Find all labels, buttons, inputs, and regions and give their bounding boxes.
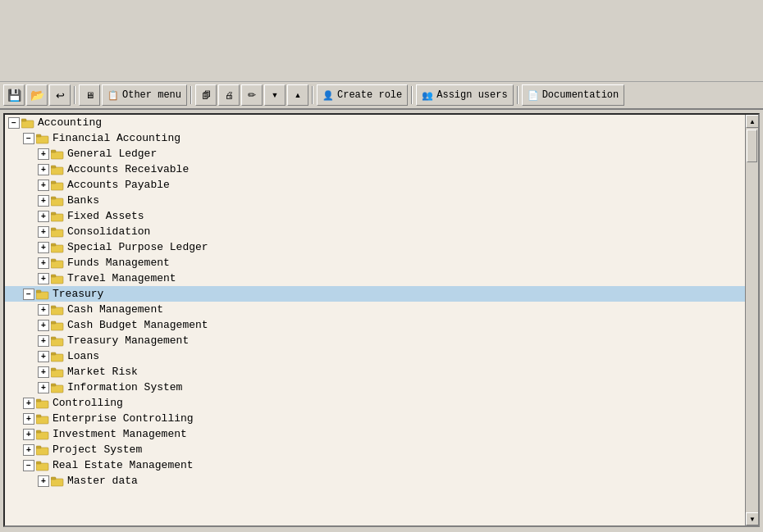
tree-item[interactable]: + Treasury Management: [5, 333, 745, 348]
expand-icon[interactable]: −: [23, 460, 34, 471]
btn-assign-users[interactable]: 👥 Assign users: [416, 84, 513, 106]
tree-item[interactable]: + Master data: [5, 473, 745, 489]
tree-item[interactable]: + Cash Budget Management: [5, 317, 745, 333]
item-label: Treasury Management: [67, 334, 189, 347]
btn-other-menu[interactable]: 📋 Other menu: [102, 84, 187, 106]
scroll-up-btn[interactable]: ▲: [746, 115, 759, 128]
node-icon: 🖥: [85, 90, 94, 100]
toolbar-separator-2: [190, 86, 192, 104]
tree-item[interactable]: + Fixed Assets: [5, 208, 745, 224]
tree-item[interactable]: + Cash Management: [5, 302, 745, 317]
tree-item[interactable]: + Banks: [5, 193, 745, 208]
tree-item[interactable]: + Investment Management: [5, 426, 745, 442]
expand-icon[interactable]: +: [38, 164, 49, 175]
assign-users-icon: 👥: [422, 90, 433, 101]
svg-rect-37: [36, 399, 41, 402]
folder-icon: [36, 133, 49, 144]
expand-icon[interactable]: +: [38, 180, 49, 191]
expand-icon[interactable]: −: [23, 289, 34, 300]
svg-rect-17: [51, 243, 56, 246]
expand-icon[interactable]: +: [38, 475, 49, 487]
expand-icon[interactable]: +: [38, 366, 49, 378]
expand-icon[interactable]: +: [38, 242, 49, 253]
tree-scroll-area: − Accounting− Financial Accounting+ Gene…: [5, 115, 745, 525]
btn-open[interactable]: 📂: [26, 84, 48, 106]
tree-item[interactable]: − Accounting: [5, 115, 745, 130]
expand-icon[interactable]: +: [38, 351, 49, 362]
folder-icon: [51, 335, 64, 347]
toolbar-separator-4: [411, 86, 413, 104]
expand-icon[interactable]: +: [23, 444, 34, 456]
btn-print[interactable]: 🖨: [218, 84, 240, 106]
tree-item[interactable]: + Market Risk: [5, 364, 745, 380]
tree-item[interactable]: + Enterprise Controlling: [5, 411, 745, 426]
folder-icon: [51, 320, 64, 331]
btn-pencil[interactable]: ✏: [241, 84, 263, 106]
expand-icon[interactable]: +: [38, 320, 49, 331]
tree-item[interactable]: − Financial Accounting: [5, 130, 745, 146]
btn-arrow-down[interactable]: ▼: [264, 84, 286, 106]
expand-icon[interactable]: +: [23, 429, 34, 440]
tree-item[interactable]: + Travel Management: [5, 271, 745, 286]
tree-item[interactable]: + Information System: [5, 380, 745, 395]
btn-create-role[interactable]: 👤 Create role: [317, 84, 408, 106]
svg-rect-15: [51, 228, 56, 230]
tree-item[interactable]: − Real Estate Management: [5, 457, 745, 473]
expand-icon[interactable]: +: [23, 413, 34, 425]
toolbar-separator-1: [74, 86, 75, 104]
item-label: Enterprise Controlling: [53, 412, 194, 425]
tree-item[interactable]: + Controlling: [5, 395, 745, 411]
scroll-down-btn[interactable]: ▼: [746, 512, 759, 525]
tree-item[interactable]: + Accounts Payable: [5, 177, 745, 193]
folder-icon: [51, 195, 64, 207]
expand-icon[interactable]: +: [38, 148, 49, 160]
expand-icon[interactable]: +: [23, 398, 34, 409]
svg-rect-21: [51, 275, 56, 277]
expand-icon[interactable]: +: [38, 195, 49, 207]
folder-icon: [36, 460, 49, 471]
btn-save[interactable]: 💾: [3, 84, 25, 106]
item-label: Financial Accounting: [53, 132, 180, 144]
tree-item[interactable]: + Consolidation: [5, 224, 745, 239]
scroll-track: [746, 128, 758, 512]
btn-node[interactable]: 🖥: [79, 84, 100, 106]
tree-item[interactable]: + General Ledger: [5, 146, 745, 161]
svg-rect-2: [36, 136, 48, 143]
item-label: Travel Management: [67, 272, 176, 284]
expand-icon[interactable]: +: [38, 304, 49, 316]
btn-arrow-up[interactable]: ▲: [287, 84, 308, 106]
folder-icon: [51, 382, 64, 393]
expand-icon[interactable]: −: [23, 133, 34, 144]
item-label: Treasury: [53, 288, 103, 300]
svg-rect-13: [51, 212, 56, 215]
tree-item[interactable]: + Special Purpose Ledger: [5, 239, 745, 255]
svg-rect-23: [36, 290, 41, 293]
expand-icon[interactable]: −: [8, 117, 20, 129]
tree-item[interactable]: + Funds Management: [5, 255, 745, 271]
btn-refresh[interactable]: ↩: [49, 84, 71, 106]
folder-icon: [51, 180, 64, 191]
btn-info[interactable]: 🗐: [195, 84, 217, 106]
expand-icon[interactable]: +: [38, 257, 49, 269]
tree-item[interactable]: + Accounts Receivable: [5, 161, 745, 177]
documentation-label: Documentation: [542, 89, 619, 101]
expand-icon[interactable]: +: [38, 211, 49, 222]
expand-icon[interactable]: +: [38, 273, 49, 284]
tree-item[interactable]: + Loans: [5, 348, 745, 364]
tree-item[interactable]: + Project System: [5, 442, 745, 457]
expand-icon[interactable]: +: [38, 382, 49, 393]
folder-icon: [36, 429, 49, 440]
svg-rect-1: [21, 119, 26, 121]
expand-icon[interactable]: +: [38, 226, 49, 238]
btn-documentation[interactable]: 📄 Documentation: [522, 84, 625, 106]
documentation-icon: 📄: [528, 90, 539, 101]
expand-icon[interactable]: +: [38, 335, 49, 347]
folder-icon: [51, 211, 64, 222]
tree-item[interactable]: − Treasury: [5, 286, 745, 302]
scroll-thumb[interactable]: [747, 130, 757, 162]
folder-icon: [51, 351, 64, 362]
svg-rect-14: [51, 230, 63, 237]
svg-rect-46: [51, 479, 63, 486]
svg-rect-34: [51, 385, 63, 393]
svg-rect-31: [51, 352, 56, 355]
